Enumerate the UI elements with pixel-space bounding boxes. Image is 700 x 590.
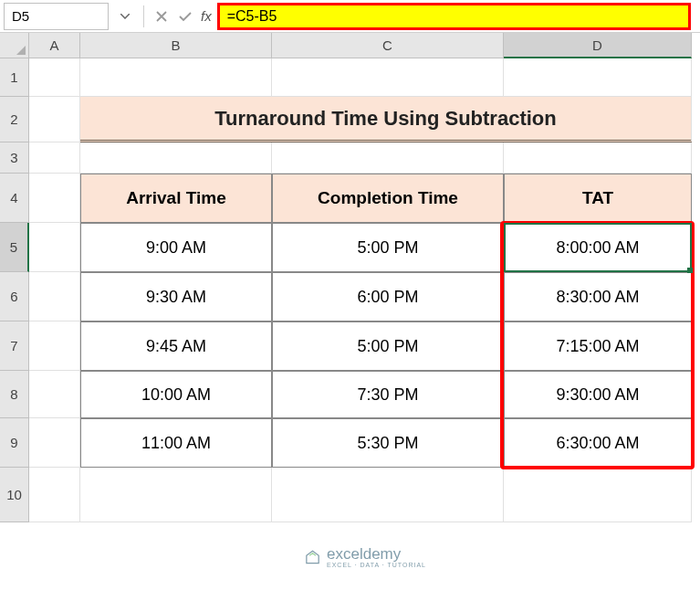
grid-row: Arrival Time Completion Time TAT (29, 174, 700, 223)
cell-A9[interactable] (29, 418, 80, 468)
cell-A6[interactable] (29, 272, 80, 321)
table-row: 10:00 AM 7:30 PM 9:30:00 AM (29, 371, 700, 418)
row-header-6[interactable]: 6 (0, 272, 29, 321)
cell-B6[interactable]: 9:30 AM (80, 272, 272, 321)
enter-formula-button[interactable] (173, 3, 197, 30)
row-header-column: 1 2 3 4 5 6 7 8 9 10 (0, 33, 29, 590)
cell-A3[interactable] (29, 142, 80, 174)
cell-B10[interactable] (80, 468, 272, 522)
col-header-C[interactable]: C (272, 33, 504, 58)
table-row: 9:45 AM 5:00 PM 7:15:00 AM (29, 321, 700, 371)
cell-C10[interactable] (272, 468, 504, 522)
cell-B3[interactable] (80, 142, 272, 174)
cell-D7[interactable]: 7:15:00 AM (504, 321, 692, 371)
row-header-1[interactable]: 1 (0, 58, 29, 97)
formula-highlight-box: =C5-B5 (217, 3, 691, 30)
column-headers: A B C D (29, 33, 700, 58)
name-box-value: D5 (12, 8, 29, 24)
cells-area: Turnaround Time Using Subtraction Arriva… (29, 58, 700, 590)
grid-main: A B C D Turnaround Time Using Subtractio… (29, 33, 700, 590)
cell-D8[interactable]: 9:30:00 AM (504, 371, 692, 418)
cell-B8[interactable]: 10:00 AM (80, 371, 272, 418)
logo-icon (303, 548, 321, 566)
cell-C1[interactable] (272, 58, 504, 97)
grid-row: Turnaround Time Using Subtraction (29, 97, 700, 142)
formula-input[interactable]: =C5-B5 (220, 5, 688, 27)
row-header-10[interactable]: 10 (0, 468, 29, 522)
grid-row (29, 58, 700, 97)
cell-A4[interactable] (29, 174, 80, 223)
chevron-down-icon (120, 14, 130, 19)
watermark: exceldemy EXCEL · DATA · TUTORIAL (303, 546, 426, 568)
header-tat[interactable]: TAT (504, 174, 692, 223)
cell-B7[interactable]: 9:45 AM (80, 321, 272, 371)
cell-C9[interactable]: 5:30 PM (272, 418, 504, 468)
cell-D6[interactable]: 8:30:00 AM (504, 272, 692, 321)
row-header-3[interactable]: 3 (0, 142, 29, 174)
row-header-7[interactable]: 7 (0, 321, 29, 371)
name-box[interactable]: D5 (4, 3, 109, 30)
cell-A8[interactable] (29, 371, 80, 418)
cell-A7[interactable] (29, 321, 80, 371)
col-header-D[interactable]: D (504, 33, 692, 58)
col-header-A[interactable]: A (29, 33, 80, 58)
x-icon (156, 11, 167, 22)
row-header-9[interactable]: 9 (0, 418, 29, 468)
grid-row (29, 142, 700, 174)
cell-C6[interactable]: 6:00 PM (272, 272, 504, 321)
fx-label[interactable]: fx (201, 8, 212, 24)
cell-A10[interactable] (29, 468, 80, 522)
cell-D5[interactable]: 8:00:00 AM (504, 223, 692, 272)
cell-B9[interactable]: 11:00 AM (80, 418, 272, 468)
watermark-text: exceldemy EXCEL · DATA · TUTORIAL (327, 546, 426, 568)
cell-D10[interactable] (504, 468, 692, 522)
formula-bar: D5 fx =C5-B5 (0, 0, 700, 33)
header-arrival[interactable]: Arrival Time (80, 174, 272, 223)
cell-C8[interactable]: 7:30 PM (272, 371, 504, 418)
cell-A1[interactable] (29, 58, 80, 97)
title-cell[interactable]: Turnaround Time Using Subtraction (80, 97, 692, 142)
row-header-2[interactable]: 2 (0, 97, 29, 142)
header-completion[interactable]: Completion Time (272, 174, 504, 223)
name-box-dropdown[interactable] (112, 3, 138, 30)
cell-A5[interactable] (29, 223, 80, 272)
cell-C7[interactable]: 5:00 PM (272, 321, 504, 371)
col-header-B[interactable]: B (80, 33, 272, 58)
select-all-corner[interactable] (0, 33, 29, 58)
cell-C5[interactable]: 5:00 PM (272, 223, 504, 272)
row-header-5[interactable]: 5 (0, 223, 29, 272)
divider (143, 5, 144, 27)
table-row: 9:30 AM 6:00 PM 8:30:00 AM (29, 272, 700, 321)
table-row: 9:00 AM 5:00 PM 8:00:00 AM (29, 223, 700, 272)
cell-A2[interactable] (29, 97, 80, 142)
cell-D9[interactable]: 6:30:00 AM (504, 418, 692, 468)
spreadsheet: 1 2 3 4 5 6 7 8 9 10 A B C D (0, 33, 700, 590)
cell-B1[interactable] (80, 58, 272, 97)
row-header-8[interactable]: 8 (0, 371, 29, 418)
watermark-main: exceldemy (327, 546, 426, 562)
grid-row (29, 468, 700, 522)
cell-D3[interactable] (504, 142, 692, 174)
check-icon (179, 11, 192, 22)
row-header-4[interactable]: 4 (0, 174, 29, 223)
formula-text: =C5-B5 (227, 8, 277, 25)
watermark-sub: EXCEL · DATA · TUTORIAL (327, 562, 426, 568)
table-row: 11:00 AM 5:30 PM 6:30:00 AM (29, 418, 700, 468)
cell-B5[interactable]: 9:00 AM (80, 223, 272, 272)
cell-D1[interactable] (504, 58, 692, 97)
cell-C3[interactable] (272, 142, 504, 174)
cancel-formula-button[interactable] (150, 3, 173, 30)
